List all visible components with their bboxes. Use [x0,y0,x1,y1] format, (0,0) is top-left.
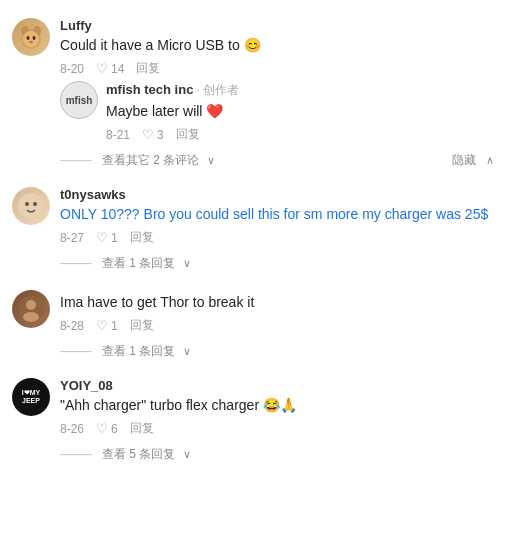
hide-button-luffy[interactable]: 隐藏 [452,152,476,169]
like-button-luffy[interactable]: ♡ 14 [96,61,124,76]
chevron-yoiy: ∨ [183,448,191,461]
reply-button-person[interactable]: 回复 [130,317,154,334]
like-count-mfish: 3 [157,128,164,142]
view-replies-luffy[interactable]: 查看其它 2 条评论 [102,152,199,169]
view-replies-person[interactable]: 查看 1 条回复 [102,343,175,360]
dash-person: —— [60,342,92,360]
comment-meta-yoiy: 8-26 ♡ 6 回复 [60,420,494,437]
comment-yoiy: I❤MY JEEP YOIY_08 "Ahh charger" turbo fl… [0,370,506,441]
comment-text-mfish: Maybe later will ❤️ [106,101,494,122]
view-more-tony[interactable]: —— 查看 1 条回复 ∨ [0,250,506,276]
dash-luffy: —— [60,151,92,169]
like-button-person[interactable]: ♡ 1 [96,318,118,333]
like-button-yoiy[interactable]: ♡ 6 [96,421,118,436]
like-count-yoiy: 6 [111,422,118,436]
avatar-yoiy: I❤MY JEEP [12,378,50,416]
comment-tonysawks: t0nysawks ONLY 10??? Bro you could sell … [0,179,506,250]
like-count-luffy: 14 [111,62,124,76]
comment-content-yoiy: YOIY_08 "Ahh charger" turbo flex charger… [60,378,494,437]
svg-point-4 [27,36,30,40]
heart-icon-luffy: ♡ [96,61,108,76]
svg-point-12 [23,312,39,322]
svg-point-9 [33,202,37,206]
heart-emoji-mfish: ❤️ [202,103,223,119]
comment-text-yoiy: "Ahh charger" turbo flex charger 😂🙏 [60,395,494,416]
comment-meta-person: 8-28 ♡ 1 回复 [60,317,494,334]
heart-icon-tonysawks: ♡ [96,230,108,245]
svg-point-3 [23,31,39,47]
reply-button-tonysawks[interactable]: 回复 [130,229,154,246]
chevron-up-luffy: ∧ [486,154,494,167]
svg-point-6 [29,41,33,43]
heart-icon-yoiy: ♡ [96,421,108,436]
heart-icon-person: ♡ [96,318,108,333]
view-more-luffy[interactable]: —— 查看其它 2 条评论 ∨ 隐藏 ∧ [0,147,506,173]
svg-point-7 [18,193,44,219]
comment-content-person: Ima have to get Thor to break it 8-28 ♡ … [60,290,494,334]
view-replies-yoiy[interactable]: 查看 5 条回复 [102,446,175,463]
username-yoiy: YOIY_08 [60,378,494,393]
comment-date-mfish: 8-21 [106,128,130,142]
avatar-luffy [12,18,50,56]
comment-luffy: Luffy Could it have a Micro USB to 😊 8-2… [0,10,506,81]
comment-content-tonysawks: t0nysawks ONLY 10??? Bro you could sell … [60,187,494,246]
chevron-person: ∨ [183,345,191,358]
svg-point-5 [33,36,36,40]
comment-content-mfish: mfish tech inc · 创作者 Maybe later will ❤️… [106,81,494,143]
comment-person: Ima have to get Thor to break it 8-28 ♡ … [0,282,506,338]
view-more-person[interactable]: —— 查看 1 条回复 ∨ [0,338,506,364]
comment-meta-mfish: 8-21 ♡ 3 回复 [106,126,494,143]
comment-text-luffy: Could it have a Micro USB to 😊 [60,35,494,56]
comment-date-luffy: 8-20 [60,62,84,76]
chevron-down-luffy: ∨ [207,154,215,167]
chevron-tony: ∨ [183,257,191,270]
avatar-tonysawks [12,187,50,225]
comment-date-person: 8-28 [60,319,84,333]
reply-section-mfish: mfish mfish tech inc · 创作者 Maybe later w… [0,81,506,143]
comment-text-person: Ima have to get Thor to break it [60,292,494,313]
view-more-yoiy[interactable]: —— 查看 5 条回复 ∨ [0,441,506,467]
username-mfish: mfish tech inc · 创作者 [106,81,494,99]
like-count-tonysawks: 1 [111,231,118,245]
svg-point-8 [25,202,29,206]
reply-button-luffy[interactable]: 回复 [136,60,160,77]
comment-content-luffy: Luffy Could it have a Micro USB to 😊 8-2… [60,18,494,77]
username-tonysawks: t0nysawks [60,187,494,202]
dash-yoiy: —— [60,445,92,463]
reply-button-mfish[interactable]: 回复 [176,126,200,143]
like-count-person: 1 [111,319,118,333]
view-replies-tony[interactable]: 查看 1 条回复 [102,255,175,272]
comment-mfish: mfish mfish tech inc · 创作者 Maybe later w… [60,81,494,143]
avatar-mfish: mfish [60,81,98,119]
svg-point-11 [26,300,36,310]
username-luffy: Luffy [60,18,494,33]
avatar-person [12,290,50,328]
comment-date-yoiy: 8-26 [60,422,84,436]
comment-meta-luffy: 8-20 ♡ 14 回复 [60,60,494,77]
dash-tony: —— [60,254,92,272]
like-button-tonysawks[interactable]: ♡ 1 [96,230,118,245]
comment-meta-tonysawks: 8-27 ♡ 1 回复 [60,229,494,246]
reply-button-yoiy[interactable]: 回复 [130,420,154,437]
comment-text-tonysawks: ONLY 10??? Bro you could sell this for s… [60,204,494,225]
like-button-mfish[interactable]: ♡ 3 [142,127,164,142]
comment-date-tonysawks: 8-27 [60,231,84,245]
heart-icon-mfish: ♡ [142,127,154,142]
